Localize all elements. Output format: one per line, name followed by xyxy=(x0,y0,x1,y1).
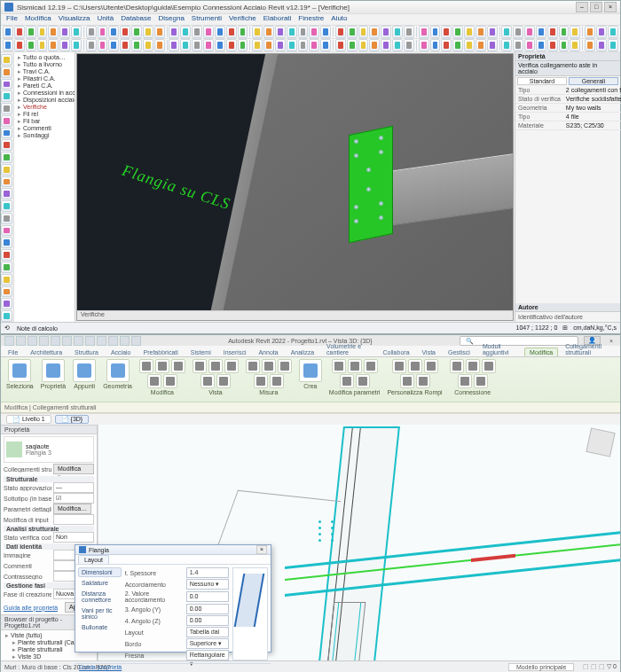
toolbar-button[interactable] xyxy=(192,39,202,51)
tree-item[interactable]: Disposizioni acciaio xyxy=(16,97,73,104)
toolbar-button[interactable] xyxy=(596,26,607,38)
toolbar-button[interactable] xyxy=(203,39,214,51)
toolbar-button[interactable] xyxy=(608,26,618,38)
ribbon-button[interactable] xyxy=(278,359,292,373)
toolbar-button[interactable] xyxy=(369,26,380,38)
ribbon-button[interactable] xyxy=(73,359,96,382)
toolbar-button[interactable] xyxy=(238,26,248,38)
rail-button[interactable] xyxy=(1,310,12,322)
rail-button[interactable] xyxy=(1,262,12,273)
qat-button[interactable] xyxy=(97,336,106,346)
toolbar-button[interactable] xyxy=(48,26,59,38)
ribbon-button[interactable] xyxy=(392,359,406,373)
dialog-titlebar[interactable]: Flangia × xyxy=(75,545,271,555)
tree-item[interactable]: Tutto a livorno xyxy=(16,61,73,68)
maximize-button[interactable]: □ xyxy=(590,2,602,12)
tree-item[interactable]: Verifiche xyxy=(16,104,73,111)
toolbar-button[interactable] xyxy=(37,26,48,38)
menu-database[interactable]: Database xyxy=(121,14,151,25)
ribbon-button[interactable] xyxy=(466,359,480,373)
toolbar-button[interactable] xyxy=(98,26,108,38)
project-tree[interactable]: Tutto o quota…Tutto a livornoTravi C.A.P… xyxy=(14,52,75,322)
section-header[interactable]: Analisi strutturale xyxy=(4,526,94,532)
toolbar-button[interactable] xyxy=(358,26,369,38)
toolbar-button[interactable] xyxy=(501,39,512,51)
dlg-value[interactable]: 1.4 xyxy=(186,567,229,578)
toolbar-button[interactable] xyxy=(3,26,13,38)
menu-modifica[interactable]: Modifica xyxy=(25,14,51,25)
prop-val[interactable]: My two walls xyxy=(563,104,621,113)
toolbar-button[interactable] xyxy=(452,26,463,38)
dialog-side-item[interactable]: Bullonate xyxy=(78,622,122,632)
toolbar-button[interactable] xyxy=(369,39,380,51)
toolbar-button[interactable] xyxy=(536,39,546,51)
toolbar-button[interactable] xyxy=(309,39,319,51)
toolbar-button[interactable] xyxy=(71,39,82,51)
view-cube[interactable] xyxy=(586,427,615,457)
toolbar-button[interactable] xyxy=(419,26,429,38)
tab-collabora[interactable]: Collabora xyxy=(378,348,415,356)
tab-prefabbricati[interactable]: Prefabbricati xyxy=(138,348,184,356)
ribbon-button[interactable] xyxy=(299,359,322,382)
toolbar-button[interactable] xyxy=(559,39,570,51)
toolbar-button[interactable] xyxy=(358,39,369,51)
dialog-side-item[interactable]: Distanza connettore xyxy=(78,589,122,605)
status-grid-icon[interactable]: ⊞ xyxy=(562,324,568,332)
toolbar-button[interactable] xyxy=(430,26,441,38)
tree-item[interactable]: Travi C.A. xyxy=(16,68,73,75)
toolbar-button[interactable] xyxy=(169,39,179,51)
toolbar-button[interactable] xyxy=(309,26,319,38)
toolbar-button[interactable] xyxy=(464,39,475,51)
dlg-value[interactable]: Superiore ▾ xyxy=(186,638,229,649)
toolbar-button[interactable] xyxy=(120,39,130,51)
rail-button[interactable] xyxy=(1,286,12,298)
toolbar-button[interactable] xyxy=(392,39,403,51)
ribbon-button[interactable] xyxy=(262,359,276,373)
toolbar-button[interactable] xyxy=(487,26,498,38)
tree-item[interactable]: Fil bar xyxy=(16,118,73,125)
toolbar-button[interactable] xyxy=(464,26,475,38)
prop-val[interactable]: 2 collegamenti con flangia e tasse xyxy=(563,86,621,95)
ribbon-button[interactable] xyxy=(416,374,430,388)
toolbar-button[interactable] xyxy=(335,26,346,38)
qat-button[interactable] xyxy=(108,336,118,346)
qat-button[interactable] xyxy=(28,336,37,346)
toolbar-button[interactable] xyxy=(71,26,82,38)
toolbar-button[interactable] xyxy=(487,39,498,51)
menu-elaborati[interactable]: Elaborati xyxy=(263,14,292,25)
toolbar-button[interactable] xyxy=(547,39,558,51)
toolbar-button[interactable] xyxy=(143,26,153,38)
section-header[interactable]: Strutturale xyxy=(4,476,94,482)
toolbar-button[interactable] xyxy=(180,26,191,38)
toolbar-button[interactable] xyxy=(226,26,237,38)
dialog-close-button[interactable]: × xyxy=(256,545,267,554)
tab-moduli-aggiuntivi[interactable]: Moduli aggiuntivi xyxy=(477,341,523,356)
ribbon-button[interactable] xyxy=(450,359,464,373)
worksharing-display[interactable]: Modello principale xyxy=(508,663,574,671)
menu-verifiche[interactable]: Verifiche xyxy=(229,14,256,25)
ribbon-button[interactable] xyxy=(482,359,496,373)
rail-button[interactable] xyxy=(1,176,12,188)
prop-value[interactable] xyxy=(53,514,94,525)
toolbar-button[interactable] xyxy=(263,26,274,38)
dlg-value[interactable]: Tabella dal bordo ▾ xyxy=(186,627,229,637)
dlg-value[interactable]: Nessuno ▾ xyxy=(186,579,229,590)
prop-val[interactable]: 4 file xyxy=(563,113,621,121)
tab-architettura[interactable]: Architettura xyxy=(25,348,67,356)
dialog-side-item[interactable]: Vani per tic sinico xyxy=(78,606,122,621)
prop-button[interactable]: Modifica… xyxy=(53,504,91,514)
tab-modifica[interactable]: Modifica xyxy=(524,348,558,356)
toolbar-button[interactable] xyxy=(441,39,452,51)
toolbar-button[interactable] xyxy=(131,26,142,38)
toolbar-button[interactable] xyxy=(238,39,248,51)
dlg-value[interactable]: Rettangolare ▾ xyxy=(186,650,229,660)
menu-visualizza[interactable]: Visualizza xyxy=(59,14,90,25)
toolbar-button[interactable] xyxy=(215,39,225,51)
toolbar-button[interactable] xyxy=(26,26,36,38)
ribbon-button[interactable] xyxy=(106,359,130,382)
tree-item[interactable]: Pareti C.A. xyxy=(16,82,73,90)
toolbar-button[interactable] xyxy=(287,39,297,51)
prop-value[interactable]: Non calcolato xyxy=(53,532,94,543)
tab-analizza[interactable]: Analizza xyxy=(286,348,319,356)
qat-button[interactable] xyxy=(62,336,72,346)
